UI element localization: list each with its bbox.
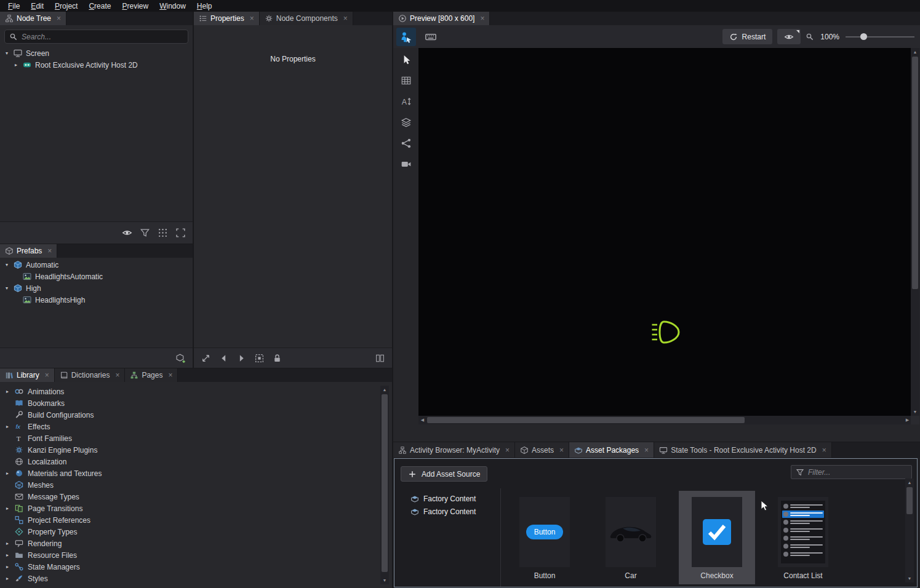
layers-icon[interactable] — [398, 114, 415, 130]
menu-help[interactable]: Help — [191, 1, 218, 11]
preview-vertical-scrollbar[interactable]: ▲ ▼ — [911, 48, 919, 416]
next-icon[interactable] — [236, 353, 247, 364]
scrollbar-thumb[interactable] — [427, 417, 745, 423]
expand-arrow-icon[interactable]: ▸ — [4, 552, 10, 558]
scroll-down-icon[interactable]: ▼ — [911, 408, 919, 416]
library-item-page-transitions[interactable]: ▸Page Transitions — [0, 503, 379, 514]
scroll-left-icon[interactable]: ◀ — [418, 416, 426, 424]
library-item-state-managers[interactable]: ▸State Managers — [0, 561, 379, 573]
expand-arrow-icon[interactable]: ▸ — [4, 506, 10, 511]
library-scrollbar[interactable]: ▲ ▼ — [380, 386, 389, 584]
expand-icon[interactable] — [175, 228, 186, 238]
tree-item-headlightsautomatic[interactable]: HeadlightsAutomatic — [0, 271, 193, 282]
node-tree-search-input[interactable]: Search... — [4, 30, 188, 44]
menu-project[interactable]: Project — [49, 1, 83, 11]
tab-library[interactable]: Library× — [0, 368, 55, 382]
tree-item-screen[interactable]: ▾Screen — [0, 47, 193, 59]
library-item-build-configurations[interactable]: Build Configurations — [0, 409, 379, 421]
library-item-animations[interactable]: ▸Animations — [0, 386, 379, 397]
menu-file[interactable]: File — [2, 1, 25, 11]
scrollbar-thumb[interactable] — [912, 57, 918, 289]
library-item-bookmarks[interactable]: Bookmarks — [0, 397, 379, 409]
close-icon[interactable]: × — [822, 446, 826, 455]
asset-card-car[interactable]: Car — [593, 491, 669, 584]
expand-arrow-icon[interactable]: ▸ — [4, 389, 10, 394]
connections-icon[interactable] — [398, 135, 415, 151]
grid-view-icon[interactable] — [398, 72, 415, 89]
tab-activity-browser-myactivity[interactable]: Activity Browser: MyActivity× — [393, 442, 515, 458]
collapse-arrow-icon[interactable]: ▾ — [4, 50, 10, 56]
library-item-materials-and-textures[interactable]: ▸Materials and Textures — [0, 467, 379, 479]
add-prefab-icon[interactable] — [175, 353, 186, 364]
expand-arrow-icon[interactable]: ▸ — [4, 564, 10, 570]
asset-source-factory-content[interactable]: Factory Content — [394, 505, 500, 518]
prev-icon[interactable] — [218, 353, 229, 364]
columns-icon[interactable] — [375, 353, 385, 364]
scroll-down-icon[interactable]: ▼ — [905, 574, 914, 582]
tree-item-automatic[interactable]: ▾Automatic — [0, 259, 193, 271]
expand-arrow-icon[interactable]: ▸ — [4, 576, 10, 581]
tree-item-high[interactable]: ▾High — [0, 282, 193, 294]
add-asset-source-button[interactable]: Add Asset Source — [401, 466, 487, 482]
close-icon[interactable]: × — [343, 14, 348, 23]
library-item-effects[interactable]: ▸fxEffects — [0, 421, 379, 432]
close-icon[interactable]: × — [559, 446, 564, 455]
tab-pages[interactable]: Pages× — [125, 368, 178, 382]
library-item-kanzi-engine-plugins[interactable]: Kanzi Engine Plugins — [0, 444, 379, 456]
close-icon[interactable]: × — [250, 14, 254, 23]
tree-item-headlightshigh[interactable]: HeadlightsHigh — [0, 294, 193, 306]
close-icon[interactable]: × — [168, 371, 172, 379]
restart-button[interactable]: Restart — [722, 29, 773, 44]
tab-node-tree[interactable]: Node Tree× — [0, 12, 66, 25]
scrollbar-thumb[interactable] — [382, 394, 388, 572]
library-item-resource-files[interactable]: ▸Resource Files — [0, 549, 379, 561]
close-icon[interactable]: × — [57, 14, 61, 23]
eye-icon[interactable] — [122, 228, 132, 238]
menu-preview[interactable]: Preview — [116, 1, 154, 11]
expand-arrow-icon[interactable]: ▸ — [4, 471, 10, 476]
menu-window[interactable]: Window — [154, 1, 191, 11]
close-icon[interactable]: × — [505, 446, 510, 455]
assets-scrollbar[interactable]: ▲ ▼ — [905, 479, 914, 582]
library-item-font-families[interactable]: TFont Families — [0, 432, 379, 444]
close-icon[interactable]: × — [480, 14, 484, 23]
frame-icon[interactable] — [254, 353, 265, 364]
lock-icon[interactable] — [272, 353, 282, 364]
expand-arrow-icon[interactable]: ▸ — [13, 62, 19, 68]
tab-prefabs[interactable]: Prefabs× — [0, 244, 57, 258]
asset-card-contact-list[interactable]: Contact List — [765, 491, 841, 584]
tab-state-tools-root-exclusive-activity-host-2d[interactable]: State Tools - Root Exclusive Activity Ho… — [654, 442, 832, 458]
asset-card-button[interactable]: ButtonButton — [506, 491, 583, 584]
tree-item-root-exclusive-activity-host-2d[interactable]: ▸Root Exclusive Activity Host 2D — [0, 59, 193, 71]
library-item-property-types[interactable]: Property Types — [0, 526, 379, 538]
tab-assets[interactable]: Assets× — [515, 442, 569, 458]
filter-icon[interactable] — [140, 228, 150, 238]
asset-card-checkbox[interactable]: Checkbox — [679, 491, 755, 584]
menu-create[interactable]: Create — [83, 1, 116, 11]
library-item-localization[interactable]: Localization — [0, 456, 379, 467]
slider-thumb[interactable] — [860, 33, 867, 40]
tab-asset-packages[interactable]: Asset Packages× — [569, 442, 654, 458]
tab-dictionaries[interactable]: Dictionaries× — [55, 368, 126, 382]
scroll-up-icon[interactable]: ▲ — [905, 479, 914, 487]
preview-analyze-button[interactable] — [777, 29, 801, 44]
collapse-arrow-icon[interactable]: ▾ — [4, 262, 10, 268]
close-icon[interactable]: × — [45, 371, 49, 379]
close-icon[interactable]: × — [47, 247, 52, 255]
collapse-arrow-icon[interactable]: ▾ — [4, 285, 10, 291]
text-tool-icon[interactable]: A — [398, 93, 415, 109]
filter-input[interactable]: Filter... — [791, 465, 912, 479]
library-item-meshes[interactable]: Meshes — [0, 479, 379, 491]
library-item-rendering[interactable]: ▸Rendering — [0, 538, 379, 549]
menu-edit[interactable]: Edit — [25, 1, 49, 11]
select-icon[interactable] — [398, 51, 415, 68]
expand-arrow-icon[interactable]: ▸ — [4, 541, 10, 546]
scroll-up-icon[interactable]: ▲ — [911, 48, 919, 56]
asset-source-factory-content[interactable]: Factory Content — [394, 492, 500, 505]
swap-icon[interactable] — [201, 353, 211, 364]
interact-mode-button[interactable] — [396, 28, 416, 46]
preview-canvas[interactable] — [418, 48, 911, 416]
tab-preview-800-x-600[interactable]: Preview [800 x 600]× — [393, 12, 490, 25]
scrollbar-thumb[interactable] — [906, 487, 913, 514]
tab-properties[interactable]: Properties× — [194, 12, 260, 25]
